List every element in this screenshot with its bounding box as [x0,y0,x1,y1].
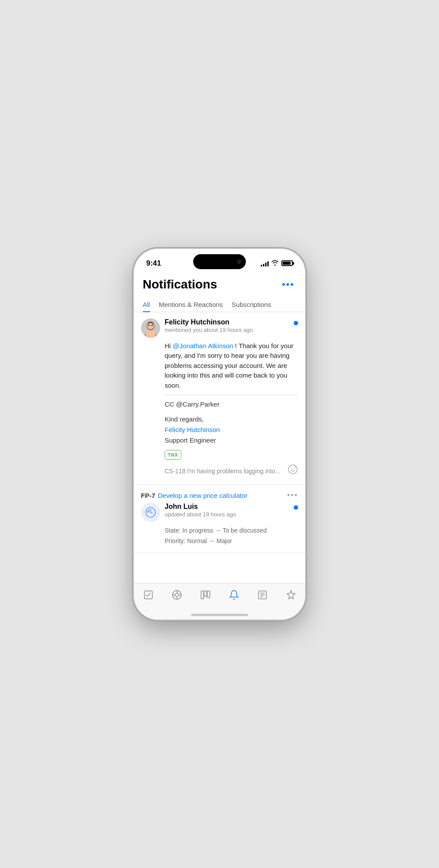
unread-dot [294,321,298,325]
help-icon [172,590,182,603]
priority-to: Major [216,537,232,544]
svg-point-5 [148,324,150,326]
closing-text: Kind regards, [165,414,298,425]
tab-bar-notifications[interactable] [224,588,244,605]
notification-body: Hi @Jonathan Atkinson ! Thank you for yo… [165,341,298,479]
svg-point-13 [175,593,179,597]
tasks-icon [143,590,154,603]
tab-subscriptions[interactable]: Subscriptions [232,297,271,312]
content-area: Notifications ••• All Mentions & Reactio… [134,272,305,583]
section-title-link[interactable]: Develop a new price calculator [158,492,248,499]
status-time: 9:41 [146,259,161,268]
notification-item-1[interactable]: Felicity Hutchinson mentioned you about … [134,312,305,485]
svg-rect-19 [204,591,207,596]
section-id: FP-7 [141,492,155,499]
svg-point-7 [288,465,297,474]
tab-mentions[interactable]: Mentions & Reactions [159,297,223,312]
unread-dot-2 [294,505,298,510]
tab-bar-notes[interactable] [253,588,272,605]
more-options-button[interactable]: ••• [280,277,296,292]
notification-time: mentioned you about 19 hours ago [165,327,289,333]
tab-bar-tasks[interactable] [139,588,158,605]
priority-change: Priority: Normal → Major [165,536,298,547]
signal-bar-1 [261,265,262,267]
phone-frame: 9:41 Not [134,249,305,619]
issue-preview[interactable]: CS-118 I'm having problems logging into.… [165,464,298,478]
tab-bar-help[interactable] [167,588,187,605]
camera-dot [237,259,241,264]
board-icon [200,590,211,603]
author-name: Felicity Hutchinson [165,318,289,326]
status-icons [261,260,293,267]
notification-item-2[interactable]: John Luis updated about 19 hours ago Sta… [134,503,305,553]
signature: Kind regards, Felicity Hutchinson Suppor… [165,414,298,446]
svg-marker-25 [287,591,295,599]
tab-all[interactable]: All [143,297,150,312]
svg-rect-20 [207,591,210,598]
page-title: Notifications [143,277,217,292]
issue-text: CS-118 I'm having problems logging into.… [165,467,280,476]
svg-point-9 [294,468,295,469]
update-body: John Luis updated about 19 hours ago [165,503,289,518]
signal-bar-4 [267,261,269,267]
message-intro: Hi [165,342,173,349]
tabs-bar: All Mentions & Reactions Subscriptions [134,292,305,312]
update-time: updated about 19 hours ago [165,511,289,518]
state-from: In progress [182,527,213,534]
update-avatar-icon [141,503,160,522]
signal-bar-2 [263,264,264,267]
svg-rect-18 [201,591,204,599]
svg-point-8 [291,468,292,469]
section-more-button[interactable]: ••• [287,491,298,500]
svg-point-6 [151,324,153,326]
status-bar: 9:41 [134,249,305,272]
notifications-header: Notifications ••• [134,272,305,292]
tnx-badge: TNX [165,450,181,460]
notification-row-2: John Luis updated about 19 hours ago [141,503,298,522]
home-indicator [191,614,248,616]
mention-link[interactable]: @Jonathan Atkinson [173,342,233,349]
section-label: FP-7 Develop a new price calculator ••• [134,485,305,503]
state-label: State: [165,527,182,534]
notification-meta: Felicity Hutchinson mentioned you about … [165,318,289,333]
settings-icon [286,590,296,603]
signal-bar-3 [265,263,266,267]
wifi-icon [271,260,279,267]
badge-row: TNX [165,450,298,460]
notes-icon [257,590,268,603]
tab-bar-board[interactable] [196,588,215,605]
avatar [141,318,160,338]
priority-label: Priority: [165,537,187,544]
tab-bar-settings[interactable] [281,588,301,605]
arrow-icon: → [215,527,223,534]
signal-bars-icon [261,260,269,267]
signature-role: Support Engineer [165,435,298,446]
arrow-icon-2: → [209,537,216,544]
emoji-reaction-icon[interactable] [288,464,298,478]
cc-line: CC @Carry.Parker [165,395,298,410]
notification-header-row: Felicity Hutchinson mentioned you about … [141,318,298,338]
battery-icon [281,260,293,266]
priority-from: Normal [187,537,207,544]
state-change: State: In progress → To be discussed [165,526,298,536]
update-details: State: In progress → To be discussed Pri… [165,526,298,547]
battery-fill [283,262,291,265]
update-author-name: John Luis [165,503,289,511]
signature-name-link[interactable]: Felicity Hutchinson [165,425,298,435]
dynamic-island [193,254,246,269]
notifications-icon [229,590,239,603]
state-to: To be discussed [223,527,266,534]
